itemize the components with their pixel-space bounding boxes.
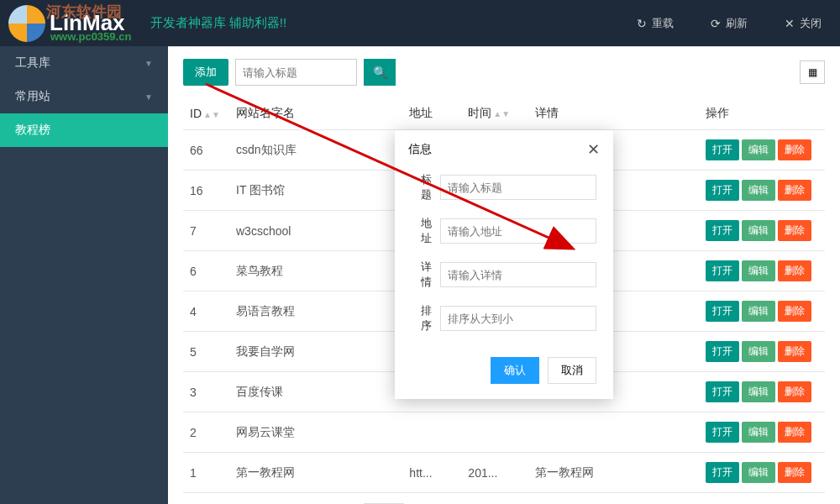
row-edit-button[interactable]: 编辑 [742, 462, 775, 483]
label-title: 标题 [412, 172, 432, 202]
cell-ops: 打开编辑删除 [699, 412, 825, 453]
row-delete-button[interactable]: 删除 [778, 462, 811, 483]
watermark-text: 河东软件园 [46, 2, 122, 22]
row-open-button[interactable]: 打开 [706, 220, 739, 241]
add-button[interactable]: 添加 [183, 59, 228, 86]
close-button[interactable]: ✕关闭 [766, 0, 840, 46]
col-name: 网站名字名 [229, 97, 402, 130]
modal-ok-button[interactable]: 确认 [491, 357, 539, 384]
row-open-button[interactable]: 打开 [706, 462, 739, 483]
cell-id: 66 [183, 130, 229, 171]
row-edit-button[interactable]: 编辑 [742, 220, 775, 241]
row-delete-button[interactable]: 删除 [778, 422, 811, 443]
modal-dialog: 信息 ✕ 标题 地址 详情 排序 确认 取消 [395, 130, 613, 399]
refresh-button[interactable]: ⟳刷新 [692, 0, 766, 46]
label-order: 排序 [412, 303, 432, 333]
cell-id: 2 [183, 412, 229, 453]
row-open-button[interactable]: 打开 [706, 260, 739, 281]
row-delete-button[interactable]: 删除 [778, 220, 811, 241]
cell-name: 菜鸟教程 [229, 251, 402, 291]
cell-addr: htt... [402, 453, 461, 493]
cell-name: 易语言教程 [229, 291, 402, 332]
input-addr[interactable] [440, 218, 596, 244]
row-delete-button[interactable]: 删除 [778, 180, 811, 201]
search-input[interactable] [235, 59, 357, 86]
pager: < 1 > 到第 页 确定 共 9 条 10 条/页 [183, 493, 825, 504]
row-open-button[interactable]: 打开 [706, 422, 739, 443]
cell-name: IT 图书馆 [229, 171, 402, 211]
input-order[interactable] [440, 306, 596, 331]
label-addr: 地址 [412, 216, 432, 246]
row-open-button[interactable]: 打开 [706, 341, 739, 362]
col-time[interactable]: 时间▲▼ [461, 97, 528, 130]
reload-button[interactable]: ↻重载 [618, 0, 692, 46]
cell-id: 4 [183, 291, 229, 332]
row-edit-button[interactable]: 编辑 [742, 301, 775, 322]
close-icon: ✕ [785, 17, 795, 30]
cell-ops: 打开编辑删除 [699, 130, 825, 171]
search-icon: 🔍 [373, 66, 387, 79]
sort-icon: ▲▼ [493, 112, 510, 116]
cell-ops: 打开编辑删除 [699, 251, 825, 291]
cell-ops: 打开编辑删除 [699, 171, 825, 211]
cell-ops: 打开编辑删除 [699, 291, 825, 332]
input-title[interactable] [440, 175, 596, 200]
watermark-url: www.pc0359.cn [50, 30, 131, 43]
cell-name: 网易云课堂 [229, 412, 402, 453]
cell-id: 3 [183, 372, 229, 412]
row-open-button[interactable]: 打开 [706, 381, 739, 402]
cell-ops: 打开编辑删除 [699, 332, 825, 372]
cell-ops: 打开编辑删除 [699, 211, 825, 251]
cell-id: 5 [183, 332, 229, 372]
cell-id: 1 [183, 453, 229, 493]
row-delete-button[interactable]: 删除 [778, 341, 811, 362]
columns-button[interactable]: ▦ [800, 60, 825, 84]
sidebar-item-label: 教程榜 [15, 123, 50, 138]
row-delete-button[interactable]: 删除 [778, 301, 811, 322]
chevron-down-icon: ▼ [144, 59, 153, 68]
cell-ops: 打开编辑删除 [699, 453, 825, 493]
cell-detail [528, 412, 699, 453]
row-edit-button[interactable]: 编辑 [742, 341, 775, 362]
table-row: 1第一教程网htt...201...第一教程网打开编辑删除 [183, 453, 825, 493]
col-detail: 详情 [528, 97, 699, 130]
row-open-button[interactable]: 打开 [706, 139, 739, 160]
cell-name: 第一教程网 [229, 453, 402, 493]
cell-name: csdn知识库 [229, 130, 402, 171]
sidebar-item-1[interactable]: 常用站▼ [0, 80, 168, 113]
cell-time: 201... [461, 453, 528, 493]
sidebar-item-0[interactable]: 工具库▼ [0, 46, 168, 80]
window-controls: ↻重载 ⟳刷新 ✕关闭 [618, 0, 840, 46]
sidebar: 工具库▼常用站▼教程榜 [0, 46, 168, 504]
modal-close-button[interactable]: ✕ [587, 140, 600, 159]
sort-icon: ▲▼ [203, 113, 220, 117]
row-delete-button[interactable]: 删除 [778, 139, 811, 160]
row-edit-button[interactable]: 编辑 [742, 381, 775, 402]
cell-id: 6 [183, 251, 229, 291]
cell-name: w3cschool [229, 211, 402, 251]
search-button[interactable]: 🔍 [364, 59, 396, 86]
cell-detail: 第一教程网 [528, 453, 699, 493]
row-edit-button[interactable]: 编辑 [742, 422, 775, 443]
row-delete-button[interactable]: 删除 [778, 260, 811, 281]
refresh-icon: ⟳ [711, 17, 721, 30]
cell-id: 7 [183, 211, 229, 251]
row-open-button[interactable]: 打开 [706, 301, 739, 322]
row-edit-button[interactable]: 编辑 [742, 260, 775, 281]
logo-icon [8, 5, 45, 42]
cell-id: 16 [183, 171, 229, 211]
input-detail[interactable] [440, 262, 596, 287]
sidebar-item-label: 工具库 [15, 55, 50, 71]
modal-cancel-button[interactable]: 取消 [548, 357, 596, 384]
cell-ops: 打开编辑删除 [699, 372, 825, 412]
col-id[interactable]: ID▲▼ [183, 97, 229, 130]
row-open-button[interactable]: 打开 [706, 180, 739, 201]
main-panel: 添加 🔍 ▦ ID▲▼ 网站名字名 地址 时间▲▼ 详情 操作 66csdn知识… [168, 46, 840, 504]
col-addr: 地址 [402, 97, 461, 130]
reload-icon: ↻ [637, 17, 647, 30]
sidebar-item-2[interactable]: 教程榜 [0, 113, 168, 147]
row-edit-button[interactable]: 编辑 [742, 180, 775, 201]
row-edit-button[interactable]: 编辑 [742, 139, 775, 160]
cell-name: 百度传课 [229, 372, 402, 412]
row-delete-button[interactable]: 删除 [778, 381, 811, 402]
